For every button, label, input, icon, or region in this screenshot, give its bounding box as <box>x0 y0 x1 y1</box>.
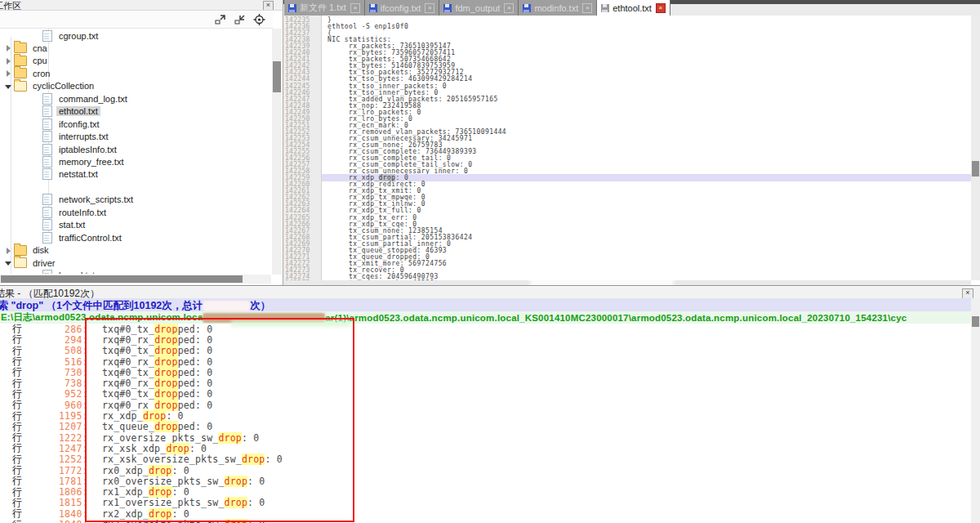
match-line-number: 1815: <box>23 497 88 508</box>
file-icon <box>42 194 52 205</box>
tree-item-cna[interactable]: cna <box>5 42 50 54</box>
file-icon <box>42 232 52 244</box>
tab-label: ethtool.txt <box>612 3 652 13</box>
tab-ifconfig-txt[interactable]: ifconfig.txt× <box>365 0 440 16</box>
editor-vertical-scrollbar[interactable] <box>971 16 980 280</box>
save-icon <box>288 4 296 12</box>
application-window: 工作区 × cgroup.txtcnacpucroncyclicCollecti… <box>0 0 980 523</box>
tree-item-network_scripts-txt[interactable]: network_scripts.txt <box>42 194 136 206</box>
folder-icon <box>14 56 27 66</box>
file-icon <box>42 219 52 230</box>
tab-label: ifconfig.txt <box>381 3 421 13</box>
chevron-right-icon[interactable] <box>5 57 12 65</box>
match-line-number: 960: <box>23 400 88 411</box>
results-header: 结果 - （匹配10192次） × <box>0 287 980 298</box>
tree-item-ethtool-txt[interactable]: ethtool.txt <box>42 105 100 118</box>
tree-item-command_log-txt[interactable]: command_log.txt <box>42 92 130 105</box>
file-icon <box>42 118 52 130</box>
tree-item-label: stat.txt <box>56 220 87 230</box>
tab-close-icon[interactable]: × <box>350 3 360 13</box>
tree-item-cpu[interactable]: cpu <box>5 55 50 67</box>
save-icon <box>601 4 609 12</box>
results-close-icon[interactable]: × <box>962 288 973 298</box>
tree-item-disk[interactable]: disk <box>5 244 51 257</box>
tab--1-txt[interactable]: 新文件 1.txt× <box>284 0 365 16</box>
match-line-number: 730: <box>23 367 88 378</box>
chevron-right-icon[interactable] <box>5 247 12 254</box>
tab-ethtool-txt[interactable]: ethtool.txt× <box>597 0 670 16</box>
tree-item-label: command_log.txt <box>56 94 130 104</box>
locate-file-icon[interactable] <box>252 13 266 26</box>
file-icon <box>42 131 52 142</box>
tree-item-interrupts-txt[interactable]: interrupts.txt <box>42 131 111 143</box>
tree-item-driver[interactable]: driver <box>5 257 58 269</box>
tab-close-icon[interactable]: × <box>425 3 434 13</box>
file-icon <box>42 270 52 274</box>
tree-item-ifconfig-txt[interactable]: ifconfig.txt <box>42 118 102 130</box>
tree-item-cgroup-txt[interactable]: cgroup.txt <box>42 29 100 42</box>
workspace-close-icon[interactable]: × <box>263 1 274 11</box>
workspace-titlebar: 工作区 × <box>0 0 283 11</box>
tree-item-routeInfo-txt[interactable]: routeInfo.txt <box>42 206 109 218</box>
tree-item-trafficControl-txt[interactable]: trafficControl.txt <box>42 231 124 244</box>
collapse-all-icon[interactable] <box>233 13 247 26</box>
tree-item-stat-txt[interactable]: stat.txt <box>42 219 87 231</box>
tree-item-cyclicCollection[interactable]: cyclicCollection <box>5 80 96 92</box>
tree-item-label: trafficControl.txt <box>56 233 124 243</box>
folder-icon <box>14 42 27 53</box>
match-line-number: 1207: <box>23 421 88 432</box>
tree-item-label: ethtool.txt <box>56 106 100 116</box>
file-icon <box>42 93 52 105</box>
tree-vertical-scrollbar[interactable] <box>272 29 282 275</box>
row-label: 行 <box>12 518 23 523</box>
expand-all-icon[interactable] <box>213 13 227 26</box>
file-icon <box>42 207 52 218</box>
match-line-number: 1252: <box>23 454 88 465</box>
tab-modinfo-txt[interactable]: modinfo.txt× <box>519 0 597 16</box>
code-editor[interactable]: 142235}142236ethtool -S enp1s0f0142237{1… <box>283 16 971 280</box>
tab-label: 新文件 1.txt <box>300 2 346 14</box>
red-annotation-rectangle <box>85 318 354 522</box>
file-icon <box>42 156 52 168</box>
tree-item-label: cyclicCollection <box>30 81 96 91</box>
workspace-toolbar <box>0 11 273 29</box>
tree-item-label: netstat.txt <box>56 169 100 179</box>
chevron-down-icon[interactable] <box>5 259 12 266</box>
file-icon <box>42 105 52 117</box>
line-text: ethtool -S enp1s0f0 <box>327 24 408 30</box>
search-summary-line[interactable]: 搜索 "drop" （1个文件中匹配到10192次，总计 次） <box>0 298 971 311</box>
results-vertical-scrollbar[interactable] <box>971 298 980 523</box>
tree-item-lsmod-txt[interactable]: lsmod.txt <box>42 270 97 274</box>
search-summary-text: 搜索 "drop" （1个文件中匹配到10192次，总计 <box>0 299 203 311</box>
match-line-number: 286: <box>23 324 88 335</box>
chevron-right-icon[interactable] <box>5 69 12 77</box>
save-icon <box>443 4 452 12</box>
search-summary-suffix: 次） <box>250 299 270 311</box>
match-line-number: 1806: <box>23 486 88 498</box>
tree-item-label: ifconfig.txt <box>56 119 102 129</box>
save-icon <box>369 4 377 12</box>
chevron-right-icon[interactable] <box>5 44 12 51</box>
tree-item-cron[interactable]: cron <box>5 67 52 79</box>
tree-horizontal-scrollbar[interactable] <box>0 275 271 284</box>
tree-item-iptablesInfo-txt[interactable]: iptablesInfo.txt <box>42 143 119 155</box>
tab-fdm_output[interactable]: fdm_output× <box>439 0 519 16</box>
tree-hscrollbar-thumb[interactable] <box>1 275 243 283</box>
editor-panel: 新文件 1.txt×ifconfig.txt×fdm_output×modinf… <box>283 0 980 285</box>
chevron-down-icon[interactable] <box>5 83 12 90</box>
tree-item-label: interrupts.txt <box>56 132 111 141</box>
tree-item-memory_free-txt[interactable]: memory_free.txt <box>42 156 126 168</box>
tree-item-netstat-txt[interactable]: netstat.txt <box>42 168 100 181</box>
tree-item-label: iptablesInfo.txt <box>56 145 119 154</box>
tab-close-icon[interactable]: × <box>582 3 592 13</box>
tab-close-icon[interactable]: × <box>504 3 514 13</box>
folder-icon <box>14 68 27 78</box>
tab-close-icon[interactable]: × <box>656 3 666 13</box>
folder-icon <box>14 245 27 256</box>
match-line-number: 1781: <box>23 476 88 487</box>
match-line-number: 1849: <box>23 519 88 523</box>
tree-item-label: network_scripts.txt <box>56 194 136 204</box>
results-scrollbar-thumb[interactable] <box>972 316 979 327</box>
editor-scrollbar-thumb[interactable] <box>972 161 979 177</box>
tree-scrollbar-thumb[interactable] <box>273 61 281 92</box>
